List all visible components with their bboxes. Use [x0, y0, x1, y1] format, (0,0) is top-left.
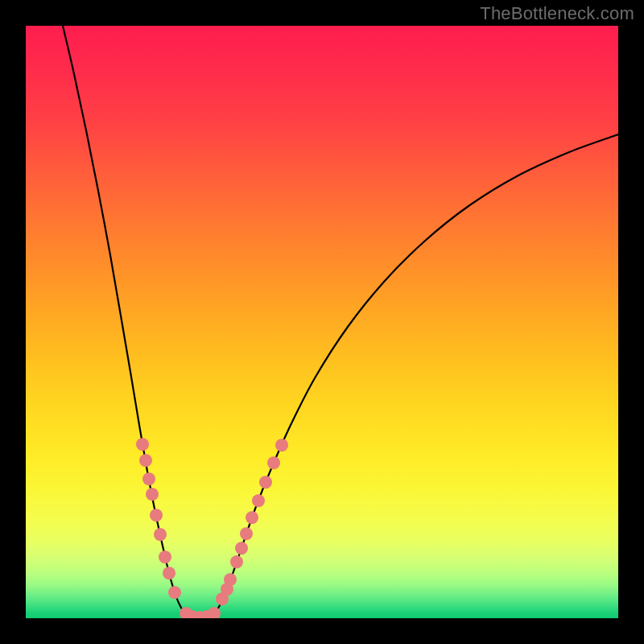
marker-dot	[252, 494, 265, 507]
marker-dot	[235, 542, 248, 555]
marker-dot	[136, 438, 149, 451]
marker-dot	[275, 439, 288, 452]
marker-dot	[159, 551, 171, 564]
marker-dot	[139, 454, 152, 467]
marker-dot	[150, 509, 163, 522]
marker-dot	[259, 476, 272, 489]
chart-frame: TheBottleneck.com	[0, 0, 644, 644]
watermark-text: TheBottleneck.com	[480, 3, 634, 24]
left-branch-curve	[63, 26, 192, 618]
marker-dot	[230, 555, 243, 568]
plot-area	[26, 26, 618, 618]
marker-dot	[267, 456, 280, 469]
curve-group	[63, 26, 618, 618]
right-branch-curve	[208, 134, 618, 618]
marker-dot	[246, 511, 258, 524]
marker-dot	[168, 586, 181, 599]
marker-dot	[163, 567, 175, 580]
marker-dot	[240, 527, 253, 540]
marker-dot	[142, 473, 155, 485]
marker-dot	[154, 528, 167, 541]
chart-svg	[26, 26, 618, 618]
marker-dot	[146, 488, 159, 501]
marker-dot	[224, 573, 237, 586]
